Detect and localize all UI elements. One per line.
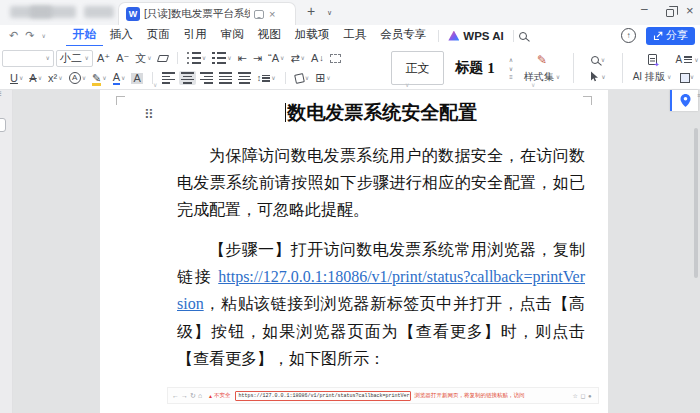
style-gallery-arrows[interactable]: ∧ ∨ ≡ bbox=[506, 56, 516, 80]
locate-cursor-button[interactable] bbox=[670, 90, 698, 111]
document-page[interactable]: ⠿ 数电发票系统安全配置 为保障访问数电发票系统用户的数据安全，在访问数电发票系… bbox=[100, 90, 608, 413]
wps-ai-button[interactable]: WPS AI bbox=[444, 30, 507, 42]
font-group-dialog-launcher[interactable]: ∨ bbox=[153, 82, 157, 88]
chevron-down-icon: ∨ bbox=[121, 75, 125, 81]
find-button[interactable]: ∨ bbox=[591, 56, 605, 64]
selection-pane-button[interactable]: ∨ bbox=[680, 73, 694, 81]
redo-icon[interactable]: ↷ bbox=[25, 29, 34, 42]
paragraph[interactable]: 为保障访问数电发票系统用户的数据安全，在访问数电发票系统前请按照如下步骤进行相应… bbox=[177, 142, 585, 224]
chevron-down-icon: ∨ bbox=[690, 74, 694, 80]
menu-addins[interactable]: 加载项 bbox=[288, 24, 337, 47]
select-button[interactable]: ∨ bbox=[590, 71, 605, 82]
highlight-button[interactable]: ✎∨ bbox=[90, 72, 109, 85]
share-button[interactable]: 分享 bbox=[646, 27, 695, 45]
share-label: 分享 bbox=[666, 28, 688, 43]
text-effects-button[interactable]: A∨ bbox=[67, 71, 88, 85]
style-normal[interactable]: 正文 bbox=[391, 51, 444, 85]
menu-insert[interactable]: 插入 bbox=[103, 24, 140, 47]
bullet-list-button[interactable]: ∨ bbox=[185, 51, 208, 65]
underline-button[interactable]: U∨ bbox=[8, 72, 25, 85]
chevron-down-icon: ∨ bbox=[601, 57, 605, 63]
vertical-scrollbar[interactable] bbox=[694, 128, 698, 278]
toolbar-row-2: U∨ A∨ x²∨ A∨ ✎∨ A∨ A ↕∨ ∨ ⊞∨ bbox=[8, 69, 333, 87]
paragraph[interactable]: 【步骤一】打开访问数电发票系统常用浏览器，复制链接 https://127.0.… bbox=[177, 236, 585, 372]
back-icon: ← bbox=[172, 392, 181, 399]
menu-review[interactable]: 审阅 bbox=[214, 24, 251, 47]
increase-font-button[interactable]: A⁺ bbox=[95, 52, 112, 65]
text-tool-button[interactable]: A∨ bbox=[675, 54, 698, 65]
embedded-screenshot-figure[interactable]: ←→↻⌂ ▲不安全 https://127.0.0.1:18086/v1/pri… bbox=[167, 387, 599, 404]
chevron-down-icon: ∨ bbox=[227, 55, 231, 61]
align-right-button[interactable] bbox=[198, 71, 215, 85]
increase-indent-button[interactable]: ⇥ bbox=[251, 52, 264, 65]
document-title-text: 数电发票系统安全配置 bbox=[287, 102, 477, 123]
new-tab-button[interactable]: + bbox=[307, 3, 315, 19]
font-size-combobox[interactable]: 小二∨ bbox=[56, 50, 93, 67]
menu-reference[interactable]: 引用 bbox=[177, 24, 214, 47]
reload-icon: ↻ bbox=[190, 392, 198, 399]
strikethrough-button[interactable]: A∨ bbox=[27, 72, 44, 85]
window-close-button[interactable]: × bbox=[686, 3, 694, 18]
paragraph-group-dialog-launcher[interactable]: ∨ bbox=[405, 82, 409, 88]
paint-bucket-icon bbox=[294, 73, 305, 84]
chevron-down-icon: ∨ bbox=[280, 55, 284, 61]
scroll-up-icon[interactable]: ∧ bbox=[509, 56, 513, 63]
line-spacing-button[interactable]: ↕∨ bbox=[255, 73, 278, 84]
borders-button[interactable]: ⊞∨ bbox=[313, 71, 332, 85]
menu-home[interactable]: 开始 bbox=[66, 24, 103, 47]
window-minimize-button[interactable]: – bbox=[641, 2, 648, 16]
sort-button[interactable]: A↓ bbox=[309, 52, 326, 65]
menu-bar: ↶ ↷ ∨ 开始 插入 页面 引用 审阅 视图 加载项 工具 会员专享 WPS … bbox=[0, 25, 700, 46]
outdent-icon: ⇤ bbox=[238, 53, 247, 64]
more-styles-icon[interactable]: ≡ bbox=[509, 74, 513, 80]
strikethrough-icon: A bbox=[29, 73, 36, 84]
document-tab[interactable]: W [只读]数电发票平台系统安全配 × bbox=[118, 2, 296, 25]
clear-format-button[interactable] bbox=[156, 54, 170, 63]
sort-arrow-icon: ↓ bbox=[319, 54, 324, 63]
align-left-button[interactable] bbox=[160, 71, 177, 85]
numbered-list-button[interactable]: ∨ bbox=[210, 51, 233, 65]
style-heading-1[interactable]: 标题 1 bbox=[447, 51, 503, 85]
char-shading-button[interactable]: A bbox=[129, 72, 144, 85]
shading-button[interactable]: ∨ bbox=[293, 73, 311, 84]
phonetic-guide-button[interactable]: 文∨ bbox=[133, 52, 153, 65]
font-color-icon: A bbox=[113, 72, 120, 85]
eraser-icon bbox=[157, 55, 169, 62]
undo-icon[interactable]: ↶ bbox=[9, 29, 18, 42]
style-set-button[interactable]: ✎ 样式集∨ bbox=[519, 51, 565, 85]
red-annotation-text: 浏览器打开新网页，将复制的链接粘贴，访问 bbox=[415, 392, 525, 399]
cloud-upload-icon[interactable]: ↑ bbox=[621, 28, 636, 43]
window-restore-button[interactable] bbox=[666, 9, 674, 17]
comment-bubble-icon[interactable] bbox=[254, 10, 264, 19]
chevron-down-icon: ∨ bbox=[667, 74, 671, 80]
align-center-button[interactable] bbox=[179, 71, 196, 85]
scroll-down-icon[interactable]: ∨ bbox=[509, 65, 513, 72]
decrease-indent-button[interactable]: ⇤ bbox=[236, 52, 249, 65]
text-direction-button[interactable]: ⇄∨ bbox=[288, 52, 307, 65]
text-typeset-button[interactable]: “A∨ bbox=[266, 52, 286, 65]
align-center-icon bbox=[181, 72, 194, 84]
align-justify-button[interactable] bbox=[217, 71, 234, 85]
ai-layout-doc-icon[interactable] bbox=[648, 54, 657, 65]
paragraph-drag-handle-icon[interactable]: ⠿ bbox=[144, 107, 154, 122]
menu-page[interactable]: 页面 bbox=[140, 24, 177, 47]
menu-view[interactable]: 视图 bbox=[251, 24, 288, 47]
document-title[interactable]: 数电发票系统安全配置 bbox=[177, 100, 585, 126]
search-icon[interactable] bbox=[519, 32, 527, 40]
font-color-button[interactable]: A∨ bbox=[111, 71, 128, 86]
font-name-combobox[interactable]: ∨ bbox=[2, 50, 54, 67]
formatting-marks-button[interactable] bbox=[328, 53, 343, 64]
clipped-panel-icon bbox=[0, 118, 6, 132]
chevron-down-icon: ∨ bbox=[305, 75, 309, 81]
superscript-button[interactable]: x²∨ bbox=[46, 72, 65, 85]
menu-member[interactable]: 会员专享 bbox=[373, 24, 433, 47]
tab-close-icon[interactable]: × bbox=[269, 8, 275, 20]
menu-tools[interactable]: 工具 bbox=[336, 24, 373, 47]
distribute-button[interactable] bbox=[236, 71, 253, 85]
ai-layout-button[interactable]: AI 排版∨ bbox=[633, 70, 672, 84]
line-spacing-icon: ↕ bbox=[257, 74, 271, 83]
history-chevron-icon[interactable]: ∨ bbox=[41, 33, 45, 39]
style-group-dialog-launcher[interactable]: ∨ bbox=[531, 82, 535, 88]
tab-list-chevron-icon[interactable]: ∨ bbox=[327, 9, 332, 17]
decrease-font-button[interactable]: A⁻ bbox=[114, 52, 131, 65]
